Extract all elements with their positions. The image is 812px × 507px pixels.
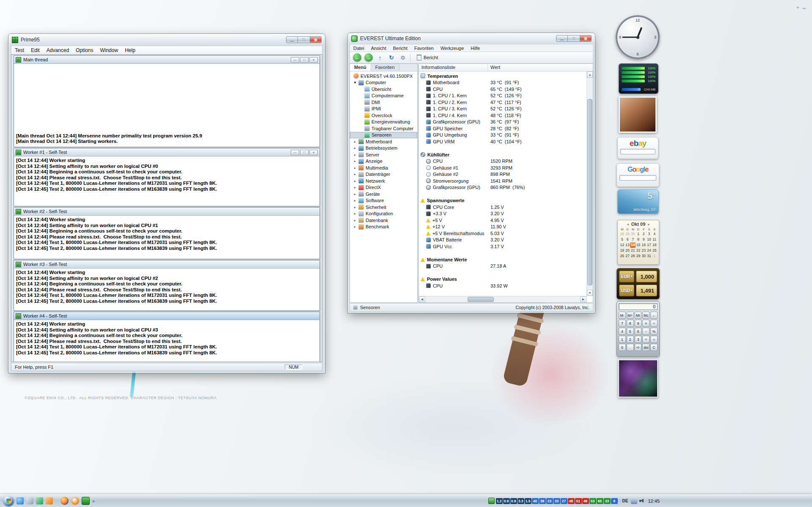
- calendar-day[interactable]: 2: [641, 231, 647, 237]
- calculator-button[interactable]: 7: [619, 320, 626, 327]
- prime95-taskbar-icon[interactable]: [82, 497, 90, 505]
- close-button[interactable]: [580, 35, 592, 42]
- calendar-day[interactable]: 18: [652, 242, 657, 248]
- info-row[interactable]: Kühllüfter: [419, 151, 586, 158]
- settings-button[interactable]: [399, 53, 407, 62]
- calendar-day[interactable]: 13: [625, 242, 630, 248]
- weather-gadget[interactable]: 5° Würzburg, BY: [617, 189, 659, 214]
- tree-item[interactable]: Datenträger: [350, 171, 417, 178]
- quicklaunch-media-player-icon[interactable]: [46, 497, 53, 504]
- tree-item[interactable]: IPMI: [350, 106, 417, 112]
- calendar-day[interactable]: 23: [641, 248, 647, 253]
- child-minimize-button[interactable]: [291, 150, 299, 155]
- maximize-button[interactable]: [298, 36, 310, 43]
- scrollbar-thumb[interactable]: [468, 297, 494, 302]
- tree-item[interactable]: Datenbank: [350, 217, 417, 224]
- calendar-day[interactable]: 26: [619, 253, 625, 259]
- calendar-day[interactable]: 28: [619, 231, 625, 237]
- tree-item[interactable]: Betriebssystem: [350, 145, 417, 152]
- calendar-gadget[interactable]: Okt 09 MDMDFSS 2829301234567891011121314…: [617, 220, 659, 265]
- info-row[interactable]: GPU Vcc 3.17 V: [419, 243, 586, 250]
- info-row[interactable]: Gehäuse #2 898 RPM: [419, 171, 586, 178]
- calculator-button[interactable]: +/-: [635, 344, 642, 351]
- sidebar-tab[interactable]: Menü: [350, 64, 371, 71]
- tree-item[interactable]: Übersicht: [350, 86, 417, 93]
- calculator-button[interactable]: 1: [619, 336, 626, 343]
- calculator-button[interactable]: 8: [627, 320, 634, 327]
- tree-item[interactable]: Computername: [350, 93, 417, 99]
- calendar-day[interactable]: 5: [619, 237, 625, 242]
- quicklaunch-show-desktop-icon[interactable]: [26, 497, 33, 504]
- calendar-day[interactable]: 28: [630, 253, 636, 259]
- minimize-button[interactable]: [286, 36, 298, 43]
- info-row[interactable]: GPU Speicher 28 °C (82 °F): [419, 125, 586, 132]
- calendar-day[interactable]: 22: [636, 248, 641, 253]
- calculator-gadget[interactable]: 0 M-M+MrMc←789×÷456-%123+=0.+/-delC: [617, 301, 660, 357]
- info-row[interactable]: GPU Umgebung 33 °C (91 °F): [419, 132, 586, 139]
- info-row[interactable]: +5 V 4.95 V: [419, 217, 586, 224]
- menu-item[interactable]: Help: [121, 47, 139, 54]
- photo-slideshow-gadget[interactable]: [619, 96, 657, 133]
- firefox-taskbar-icon[interactable]: [61, 497, 69, 505]
- taskbar-overflow-chevron[interactable]: [92, 499, 95, 504]
- calculator-button[interactable]: del: [642, 344, 650, 351]
- calendar-day[interactable]: 14: [630, 242, 636, 248]
- calendar-day[interactable]: 27: [625, 253, 630, 259]
- menu-item[interactable]: Bericht: [390, 45, 411, 51]
- scroll-down-button[interactable]: [587, 290, 593, 296]
- tree-item[interactable]: Tragbarer Computer: [350, 125, 417, 132]
- info-row[interactable]: [419, 250, 586, 257]
- calculator-button[interactable]: 5: [627, 328, 634, 335]
- calendar-day[interactable]: 4: [652, 231, 657, 237]
- info-row[interactable]: Temperaturen: [419, 73, 586, 79]
- worker4-titlebar[interactable]: Worker #4 - Self-Test: [14, 312, 319, 320]
- child-minimize-button[interactable]: [291, 57, 299, 63]
- tree-item[interactable]: Netzwerk: [350, 178, 417, 184]
- info-row[interactable]: 1. CPU / 3. Kern 52 °C (126 °F): [419, 106, 586, 112]
- calendar-day[interactable]: 15: [636, 242, 641, 248]
- currency-select[interactable]: USD: [619, 285, 634, 296]
- info-row[interactable]: CPU 33.92 W: [419, 282, 586, 289]
- calendar-day[interactable]: 10: [647, 237, 652, 242]
- calendar-day[interactable]: 25: [652, 248, 657, 253]
- worker2-titlebar[interactable]: Worker #2 - Self-Test: [14, 208, 319, 216]
- calendar-day[interactable]: 17: [647, 242, 652, 248]
- child-close-button[interactable]: [309, 57, 318, 63]
- info-row[interactable]: 1. CPU / 1. Kern 52 °C (126 °F): [419, 93, 586, 99]
- worker1-titlebar[interactable]: Worker #1 - Self-Test: [14, 148, 319, 156]
- calendar-day[interactable]: 16: [641, 242, 647, 248]
- vertical-scrollbar[interactable]: [586, 71, 593, 296]
- tree-item[interactable]: Sicherheit: [350, 204, 417, 211]
- calculator-button[interactable]: M-: [619, 312, 626, 319]
- tree-item[interactable]: Computer: [350, 79, 417, 86]
- info-row[interactable]: VBAT Batterie 3.20 V: [419, 237, 586, 244]
- tree-item[interactable]: Geräte: [350, 191, 417, 197]
- cpu-meter-gadget[interactable]: 100% 100% 100% 100% 124: [619, 63, 658, 94]
- info-row[interactable]: GPU VRM 40 °C (104 °F): [419, 138, 586, 145]
- child-maximize-button[interactable]: [300, 150, 308, 155]
- tree-item[interactable]: Motherboard: [350, 138, 417, 145]
- volume-icon[interactable]: [639, 498, 645, 504]
- calculator-button[interactable]: Mc: [642, 312, 650, 319]
- everest-tray-icon[interactable]: [488, 498, 495, 504]
- tree-item[interactable]: Anzeige: [350, 158, 417, 165]
- info-row[interactable]: [419, 269, 586, 276]
- menu-item[interactable]: Favoriten: [411, 45, 437, 51]
- calculator-button[interactable]: %: [650, 328, 658, 335]
- info-row[interactable]: Power Values: [419, 276, 586, 283]
- tree-item[interactable]: Multimedia: [350, 164, 417, 171]
- sidebar-tab[interactable]: Favoriten: [371, 64, 399, 71]
- prime95-titlebar[interactable]: Prime95: [8, 34, 325, 46]
- calculator-button[interactable]: C: [650, 344, 658, 351]
- tree-item[interactable]: Software: [350, 197, 417, 204]
- quicklaunch-internet-explorer-icon[interactable]: [17, 497, 24, 504]
- add-gadget-icon[interactable]: [796, 3, 799, 11]
- app-taskbar-icon[interactable]: [71, 497, 79, 505]
- calendar-day[interactable]: 6: [625, 237, 630, 242]
- tree-item[interactable]: Overclock: [350, 112, 417, 119]
- calculator-button[interactable]: +: [642, 336, 650, 343]
- calculator-button[interactable]: 2: [627, 336, 634, 343]
- column-header-info[interactable]: Informationsliste: [419, 64, 488, 71]
- menu-item[interactable]: Datei: [350, 45, 368, 51]
- tree-item[interactable]: DMI: [350, 99, 417, 106]
